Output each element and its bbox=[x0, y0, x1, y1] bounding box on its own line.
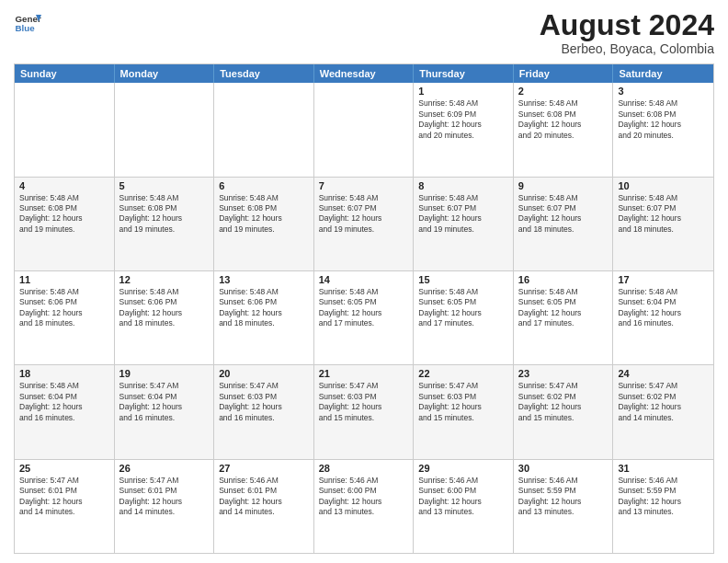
day-cell-16: 16Sunrise: 5:48 AM Sunset: 6:05 PM Dayli… bbox=[514, 271, 614, 364]
day-info: Sunrise: 5:48 AM Sunset: 6:07 PM Dayligh… bbox=[418, 193, 508, 236]
day-info: Sunrise: 5:48 AM Sunset: 6:04 PM Dayligh… bbox=[618, 287, 709, 329]
day-number: 5 bbox=[119, 180, 210, 191]
day-cell-8: 8Sunrise: 5:48 AM Sunset: 6:07 PM Daylig… bbox=[414, 178, 514, 270]
day-cell-19: 19Sunrise: 5:47 AM Sunset: 6:04 PM Dayli… bbox=[115, 365, 215, 458]
day-number: 17 bbox=[618, 274, 709, 285]
day-number: 8 bbox=[418, 180, 508, 191]
day-info: Sunrise: 5:48 AM Sunset: 6:07 PM Dayligh… bbox=[618, 193, 709, 236]
day-cell-3: 3Sunrise: 5:48 AM Sunset: 6:08 PM Daylig… bbox=[613, 83, 713, 176]
day-info: Sunrise: 5:48 AM Sunset: 6:07 PM Dayligh… bbox=[518, 193, 609, 236]
subtitle: Berbeo, Boyaca, Colombia bbox=[540, 41, 714, 56]
day-number: 21 bbox=[319, 368, 409, 379]
day-number: 22 bbox=[418, 368, 508, 379]
day-of-week-monday: Monday bbox=[115, 64, 215, 83]
day-cell-30: 30Sunrise: 5:46 AM Sunset: 5:59 PM Dayli… bbox=[514, 460, 614, 553]
day-number: 13 bbox=[219, 274, 309, 285]
empty-cell bbox=[314, 83, 415, 176]
day-number: 16 bbox=[518, 274, 609, 285]
day-info: Sunrise: 5:48 AM Sunset: 6:06 PM Dayligh… bbox=[119, 287, 210, 329]
day-number: 14 bbox=[319, 274, 409, 285]
day-info: Sunrise: 5:46 AM Sunset: 6:00 PM Dayligh… bbox=[319, 476, 409, 518]
week-row-3: 11Sunrise: 5:48 AM Sunset: 6:06 PM Dayli… bbox=[15, 271, 713, 365]
day-cell-9: 9Sunrise: 5:48 AM Sunset: 6:07 PM Daylig… bbox=[514, 178, 614, 270]
day-info: Sunrise: 5:48 AM Sunset: 6:06 PM Dayligh… bbox=[19, 287, 109, 329]
day-cell-26: 26Sunrise: 5:47 AM Sunset: 6:01 PM Dayli… bbox=[115, 460, 215, 553]
day-cell-13: 13Sunrise: 5:48 AM Sunset: 6:06 PM Dayli… bbox=[214, 271, 314, 364]
day-cell-17: 17Sunrise: 5:48 AM Sunset: 6:04 PM Dayli… bbox=[613, 271, 713, 364]
day-cell-22: 22Sunrise: 5:47 AM Sunset: 6:03 PM Dayli… bbox=[414, 365, 514, 458]
day-info: Sunrise: 5:48 AM Sunset: 6:09 PM Dayligh… bbox=[418, 98, 508, 141]
day-number: 7 bbox=[319, 180, 409, 191]
day-cell-28: 28Sunrise: 5:46 AM Sunset: 6:00 PM Dayli… bbox=[314, 460, 415, 553]
week-row-1: 1Sunrise: 5:48 AM Sunset: 6:09 PM Daylig… bbox=[15, 83, 713, 177]
day-info: Sunrise: 5:47 AM Sunset: 6:02 PM Dayligh… bbox=[618, 381, 709, 423]
day-info: Sunrise: 5:46 AM Sunset: 5:59 PM Dayligh… bbox=[518, 476, 609, 518]
day-number: 3 bbox=[618, 86, 709, 97]
day-number: 9 bbox=[518, 180, 609, 191]
day-cell-23: 23Sunrise: 5:47 AM Sunset: 6:02 PM Dayli… bbox=[514, 365, 614, 458]
day-cell-14: 14Sunrise: 5:48 AM Sunset: 6:05 PM Dayli… bbox=[314, 271, 415, 364]
day-info: Sunrise: 5:47 AM Sunset: 6:03 PM Dayligh… bbox=[319, 381, 409, 423]
calendar: SundayMondayTuesdayWednesdayThursdayFrid… bbox=[14, 63, 714, 554]
day-info: Sunrise: 5:46 AM Sunset: 5:59 PM Dayligh… bbox=[618, 476, 709, 518]
day-info: Sunrise: 5:48 AM Sunset: 6:08 PM Dayligh… bbox=[19, 193, 109, 236]
day-number: 31 bbox=[618, 463, 709, 474]
day-info: Sunrise: 5:47 AM Sunset: 6:04 PM Dayligh… bbox=[119, 381, 210, 423]
calendar-header: SundayMondayTuesdayWednesdayThursdayFrid… bbox=[15, 64, 713, 83]
svg-text:Blue: Blue bbox=[16, 23, 36, 33]
day-info: Sunrise: 5:48 AM Sunset: 6:04 PM Dayligh… bbox=[19, 381, 109, 423]
logo-icon: General Blue bbox=[14, 9, 41, 37]
day-number: 24 bbox=[618, 368, 709, 379]
calendar-body: 1Sunrise: 5:48 AM Sunset: 6:09 PM Daylig… bbox=[15, 83, 713, 553]
day-number: 12 bbox=[119, 274, 210, 285]
day-of-week-thursday: Thursday bbox=[414, 64, 514, 83]
day-info: Sunrise: 5:48 AM Sunset: 6:07 PM Dayligh… bbox=[319, 193, 409, 236]
week-row-5: 25Sunrise: 5:47 AM Sunset: 6:01 PM Dayli… bbox=[15, 460, 713, 553]
day-cell-4: 4Sunrise: 5:48 AM Sunset: 6:08 PM Daylig… bbox=[15, 178, 115, 270]
day-cell-7: 7Sunrise: 5:48 AM Sunset: 6:07 PM Daylig… bbox=[314, 178, 415, 270]
day-cell-5: 5Sunrise: 5:48 AM Sunset: 6:08 PM Daylig… bbox=[115, 178, 215, 270]
page: General Blue August 2024 Berbeo, Boyaca,… bbox=[0, 0, 728, 563]
day-info: Sunrise: 5:47 AM Sunset: 6:01 PM Dayligh… bbox=[19, 476, 109, 518]
empty-cell bbox=[15, 83, 115, 176]
day-number: 26 bbox=[119, 463, 210, 474]
header: General Blue August 2024 Berbeo, Boyaca,… bbox=[14, 9, 714, 56]
logo: General Blue bbox=[14, 9, 41, 37]
main-title: August 2024 bbox=[540, 9, 714, 41]
day-info: Sunrise: 5:48 AM Sunset: 6:05 PM Dayligh… bbox=[418, 287, 508, 329]
day-info: Sunrise: 5:48 AM Sunset: 6:08 PM Dayligh… bbox=[219, 193, 309, 236]
day-info: Sunrise: 5:47 AM Sunset: 6:02 PM Dayligh… bbox=[518, 381, 609, 423]
week-row-2: 4Sunrise: 5:48 AM Sunset: 6:08 PM Daylig… bbox=[15, 178, 713, 271]
day-number: 28 bbox=[319, 463, 409, 474]
title-block: August 2024 Berbeo, Boyaca, Colombia bbox=[540, 9, 714, 56]
day-cell-1: 1Sunrise: 5:48 AM Sunset: 6:09 PM Daylig… bbox=[414, 83, 514, 176]
day-info: Sunrise: 5:48 AM Sunset: 6:05 PM Dayligh… bbox=[319, 287, 409, 329]
day-of-week-sunday: Sunday bbox=[15, 64, 115, 83]
day-cell-6: 6Sunrise: 5:48 AM Sunset: 6:08 PM Daylig… bbox=[214, 178, 314, 270]
day-info: Sunrise: 5:48 AM Sunset: 6:05 PM Dayligh… bbox=[518, 287, 609, 329]
day-number: 29 bbox=[418, 463, 508, 474]
week-row-4: 18Sunrise: 5:48 AM Sunset: 6:04 PM Dayli… bbox=[15, 365, 713, 459]
day-number: 4 bbox=[19, 180, 109, 191]
day-cell-20: 20Sunrise: 5:47 AM Sunset: 6:03 PM Dayli… bbox=[214, 365, 314, 458]
day-cell-10: 10Sunrise: 5:48 AM Sunset: 6:07 PM Dayli… bbox=[613, 178, 713, 270]
day-info: Sunrise: 5:47 AM Sunset: 6:01 PM Dayligh… bbox=[119, 476, 210, 518]
day-number: 15 bbox=[418, 274, 508, 285]
day-number: 11 bbox=[19, 274, 109, 285]
empty-cell bbox=[214, 83, 314, 176]
day-cell-21: 21Sunrise: 5:47 AM Sunset: 6:03 PM Dayli… bbox=[314, 365, 415, 458]
day-cell-27: 27Sunrise: 5:46 AM Sunset: 6:01 PM Dayli… bbox=[214, 460, 314, 553]
day-cell-29: 29Sunrise: 5:46 AM Sunset: 6:00 PM Dayli… bbox=[414, 460, 514, 553]
day-cell-24: 24Sunrise: 5:47 AM Sunset: 6:02 PM Dayli… bbox=[613, 365, 713, 458]
day-number: 18 bbox=[19, 368, 109, 379]
day-info: Sunrise: 5:47 AM Sunset: 6:03 PM Dayligh… bbox=[219, 381, 309, 423]
day-number: 23 bbox=[518, 368, 609, 379]
day-number: 25 bbox=[19, 463, 109, 474]
day-number: 1 bbox=[418, 86, 508, 97]
day-cell-25: 25Sunrise: 5:47 AM Sunset: 6:01 PM Dayli… bbox=[15, 460, 115, 553]
day-info: Sunrise: 5:46 AM Sunset: 6:00 PM Dayligh… bbox=[418, 476, 508, 518]
day-info: Sunrise: 5:47 AM Sunset: 6:03 PM Dayligh… bbox=[418, 381, 508, 423]
day-info: Sunrise: 5:48 AM Sunset: 6:08 PM Dayligh… bbox=[119, 193, 210, 236]
day-number: 2 bbox=[518, 86, 609, 97]
day-number: 19 bbox=[119, 368, 210, 379]
